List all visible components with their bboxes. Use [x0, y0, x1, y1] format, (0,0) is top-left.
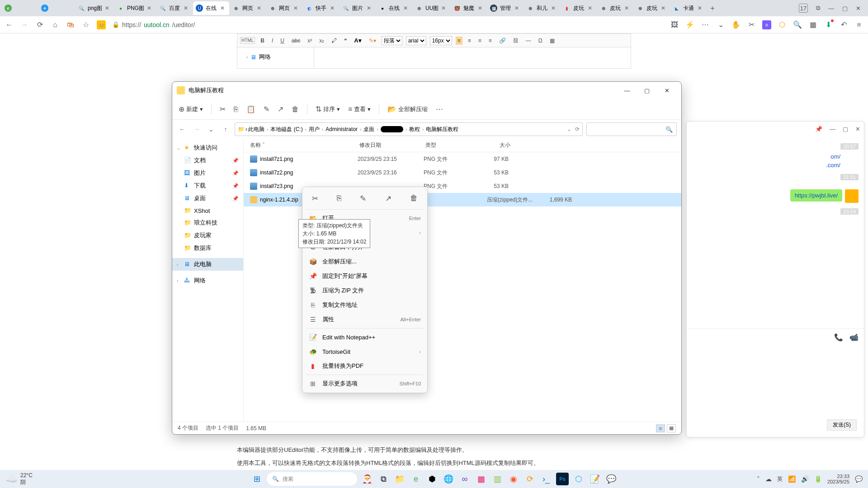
taskbar-vs[interactable]: ∞ — [458, 473, 471, 485]
font-select[interactable]: arial — [406, 36, 426, 45]
tab-13[interactable]: ▦管理✕ — [487, 1, 524, 15]
symbol-button[interactable]: Ω — [537, 37, 544, 45]
close-icon[interactable]: ✕ — [588, 5, 594, 11]
unlink-button[interactable]: ⛓ — [511, 37, 520, 45]
column-type[interactable]: 类型 — [425, 141, 480, 149]
subscript-button[interactable]: x₂ — [317, 37, 326, 45]
ime-indicator[interactable]: 英 — [777, 475, 783, 483]
sort-button[interactable]: ⇅排序▾ — [316, 105, 340, 113]
ext3-icon[interactable]: ⬡ — [778, 20, 787, 29]
taskbar-app[interactable]: ▥ — [491, 473, 504, 485]
taskbar-app[interactable]: ▦ — [475, 473, 487, 485]
minimize-icon[interactable]: ― — [830, 126, 835, 132]
extract-all-button[interactable]: 📂全部解压缩 — [387, 105, 428, 113]
picture-icon[interactable]: 🖼 — [670, 20, 679, 29]
highlight-button[interactable]: 🖍 — [330, 37, 339, 45]
forward-button[interactable]: → — [191, 124, 202, 135]
delete-icon[interactable]: 🗑 — [410, 194, 418, 203]
notifications-icon[interactable]: 💬 — [855, 475, 863, 483]
close-icon[interactable]: ✕ — [661, 5, 667, 11]
tab-7[interactable]: ⊕网页✕ — [266, 1, 302, 15]
bag-icon[interactable]: 🛍 — [66, 20, 75, 29]
tab-16[interactable]: ⊕皮玩✕ — [597, 1, 633, 15]
sidebar-downloads[interactable]: ⬇下载📌 — [172, 179, 243, 192]
details-view-button[interactable]: ≡ — [656, 424, 665, 432]
up-button[interactable]: ↑ — [220, 124, 231, 135]
tab-6[interactable]: ⊕网页✕ — [230, 1, 266, 15]
menu-icon[interactable]: ≡ — [854, 20, 863, 29]
strike-button[interactable]: abc — [290, 37, 302, 45]
column-name[interactable]: 名称 ˄ — [244, 141, 359, 149]
new-tab-button[interactable]: ＋ — [707, 3, 718, 14]
close-icon[interactable]: ✕ — [105, 5, 111, 11]
close-icon[interactable]: ✕ — [293, 5, 300, 11]
tab-1[interactable]: ✈ — [38, 1, 75, 15]
tab-2[interactable]: 🔍png图✕ — [75, 1, 114, 15]
minimize-button[interactable]: ― — [617, 84, 637, 97]
tab-10[interactable]: ●在线✕ — [376, 1, 412, 15]
refresh-icon[interactable]: ⟳ — [575, 126, 580, 132]
share-icon[interactable]: ↗ — [385, 194, 392, 203]
underline-button[interactable]: U — [278, 37, 286, 45]
close-icon[interactable]: ✕ — [220, 5, 226, 11]
close-icon[interactable]: ✕ — [855, 126, 860, 132]
taskbar-search[interactable]: 🔍搜索 — [267, 472, 357, 486]
paragraph-select[interactable]: 段落 — [382, 36, 402, 45]
undo-icon[interactable]: ↶ — [839, 20, 848, 29]
taskbar-explorer[interactable]: 📁 — [393, 473, 406, 485]
shield-icon[interactable]: 😊 — [97, 20, 106, 29]
align-left-button[interactable]: ≡ — [456, 37, 462, 45]
sidebar-quick-access[interactable]: ⌄★快速访问 — [172, 141, 243, 154]
menu-extract-all[interactable]: 📦全部解压缩... — [302, 254, 427, 269]
new-button[interactable]: ⊕新建▾ — [179, 105, 203, 113]
backcolor-button[interactable]: ✎▾ — [367, 37, 378, 45]
quote-button[interactable]: ❝ — [342, 37, 349, 45]
avatar[interactable] — [845, 189, 859, 203]
menu-show-more[interactable]: ⊞显示更多选项Shift+F10 — [302, 376, 427, 391]
taskbar-chrome[interactable]: 🌐 — [442, 473, 455, 485]
sidebar-this-pc[interactable]: ›🖥此电脑 — [172, 258, 243, 271]
cut-icon[interactable]: ✂ — [220, 105, 226, 113]
tab-9[interactable]: 🔍图片✕ — [340, 1, 376, 15]
calendar-badge[interactable]: 17 — [799, 4, 808, 13]
send-button[interactable]: 发送(S) — [827, 419, 857, 431]
tab-18[interactable]: ◣卡通✕ — [670, 1, 707, 15]
copy-icon[interactable]: ⎘ — [337, 194, 341, 203]
bold-button[interactable]: B — [259, 37, 266, 45]
sidebar-db[interactable]: 📁数据库 — [172, 242, 243, 254]
tray-onedrive-icon[interactable]: ☁ — [765, 475, 772, 483]
wifi-icon[interactable]: 📶 — [788, 475, 796, 483]
hr-button[interactable]: ― — [524, 37, 533, 45]
call-icon[interactable]: 📞 — [834, 333, 843, 342]
column-date[interactable]: 修改日期 — [359, 141, 425, 149]
menu-copy-path[interactable]: ⎘复制文件地址 — [302, 298, 427, 312]
sidebar-desktop[interactable]: 🖥桌面📌 — [172, 192, 243, 205]
tab-17[interactable]: ⊕皮玩✕ — [634, 1, 670, 15]
reload-icon[interactable]: ⟳ — [35, 20, 44, 29]
menu-pin-start[interactable]: 📌固定到"开始"屏幕 — [302, 269, 427, 283]
taskbar-app[interactable]: 🎅 — [361, 473, 373, 485]
rename-icon[interactable]: ✎ — [360, 194, 366, 203]
align-center-button[interactable]: ≡ — [466, 37, 473, 45]
back-button[interactable]: ← — [177, 124, 188, 135]
tab-14[interactable]: ⊕和儿✕ — [524, 1, 560, 15]
close-icon[interactable]: ✕ — [698, 5, 704, 11]
menu-properties[interactable]: ☰属性Alt+Enter — [302, 312, 427, 327]
grid-icon[interactable]: ▦ — [808, 20, 817, 29]
column-size[interactable]: 大小 — [480, 141, 514, 149]
star-icon[interactable]: ☆ — [81, 20, 90, 29]
align-justify-button[interactable]: ≡ — [487, 37, 494, 45]
back-icon[interactable]: ← — [5, 20, 14, 29]
close-icon[interactable]: ✕ — [330, 5, 336, 11]
ext2-icon[interactable]: ≡ — [762, 20, 771, 29]
italic-button[interactable]: I — [270, 37, 275, 45]
tab-12[interactable]: 👹魅魔✕ — [451, 1, 487, 15]
close-icon[interactable]: ✕ — [403, 5, 410, 11]
pin-icon[interactable]: 📌 — [815, 126, 822, 132]
start-button[interactable]: ⊞ — [250, 473, 263, 485]
close-button[interactable]: ✕ — [657, 84, 677, 97]
taskbar-app[interactable]: 📝 — [589, 473, 601, 485]
more-icon[interactable]: ⋯ — [701, 20, 710, 29]
tab-0[interactable]: e — [2, 1, 38, 15]
sidebar-documents[interactable]: 📄文档📌 — [172, 154, 243, 167]
